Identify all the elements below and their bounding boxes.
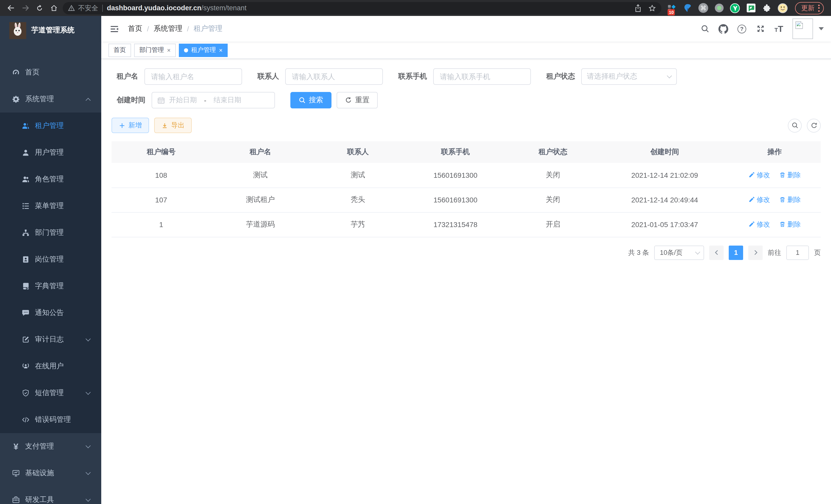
tenant-name-input[interactable]	[144, 68, 242, 85]
status-label: 租户状态	[546, 72, 575, 81]
select-caret-icon	[695, 249, 700, 254]
reset-button[interactable]: 重置	[337, 92, 378, 109]
edit-link[interactable]: 修改	[748, 195, 770, 205]
delete-link[interactable]: 删除	[779, 170, 801, 180]
sidebar-item-label: 岗位管理	[35, 255, 64, 264]
help-icon[interactable]: ?	[737, 24, 747, 34]
dictionary-icon	[22, 282, 30, 290]
pagination: 共 3 条 10条/页 1 前往 页	[112, 245, 821, 260]
fullscreen-icon[interactable]	[755, 24, 765, 34]
sidebar-item-devtools[interactable]: 研发工具	[0, 486, 101, 504]
sidebar-item-audit-log[interactable]: 审计日志	[0, 326, 101, 353]
search-icon[interactable]	[700, 24, 710, 34]
record-icon[interactable]	[714, 3, 724, 13]
cell-phone: 15601691300	[406, 187, 505, 212]
search-button[interactable]: 搜索	[290, 92, 332, 109]
sidebar-item-online-users[interactable]: 在线用户	[0, 353, 101, 380]
update-button[interactable]: 更新	[795, 2, 824, 14]
table-row: 108 测试 测试 15601691300 关闭 2021-12-14 21:0…	[112, 163, 821, 187]
collapse-sidebar-icon[interactable]	[109, 23, 120, 34]
edit-link[interactable]: 修改	[748, 170, 770, 180]
cell-contact: 秃头	[310, 187, 406, 212]
contact-input[interactable]	[285, 68, 383, 85]
emoji-avatar-icon[interactable]	[778, 3, 788, 13]
home-icon[interactable]	[48, 2, 60, 13]
status-select[interactable]: 请选择租户状态	[581, 68, 677, 85]
sidebar-item-role[interactable]: 角色管理	[0, 166, 101, 192]
next-page-button[interactable]	[748, 245, 763, 260]
extension-grid-icon[interactable]: 10	[666, 3, 677, 13]
puzzle-icon[interactable]	[762, 3, 772, 13]
tab-dept[interactable]: 部门管理 ×	[134, 43, 176, 57]
breadcrumb-home[interactable]: 首页	[128, 24, 142, 33]
tab-home[interactable]: 首页	[109, 43, 131, 57]
edit-link[interactable]: 修改	[748, 220, 770, 229]
sidebar: 芋道管理系统 首页 系统管理	[0, 16, 101, 504]
col-contact: 联系人	[310, 141, 406, 163]
sidebar-item-label: 支付管理	[25, 442, 54, 451]
sidebar-item-dict[interactable]: 字典管理	[0, 273, 101, 299]
reload-icon[interactable]	[34, 2, 45, 13]
command-icon[interactable]: ⌘	[698, 3, 708, 13]
kite-icon[interactable]	[683, 3, 693, 13]
forward-icon[interactable]	[20, 2, 31, 13]
address-bar[interactable]: 不安全 dashboard.yudao.iocoder.cn/system/te…	[63, 2, 661, 14]
yuque-icon[interactable]	[730, 3, 740, 13]
delete-link[interactable]: 删除	[779, 220, 801, 229]
current-page[interactable]: 1	[729, 245, 743, 260]
cell-contact: 芋艿	[310, 212, 406, 237]
tab-tenant[interactable]: 租户管理 ×	[179, 43, 228, 57]
sidebar-item-post[interactable]: 岗位管理	[0, 246, 101, 273]
kebab-menu-icon[interactable]	[818, 4, 820, 11]
mini-search-button[interactable]	[788, 118, 802, 132]
col-tenant-name: 租户名	[211, 141, 310, 163]
col-phone: 联系手机	[406, 141, 505, 163]
org-chart-icon	[22, 229, 30, 237]
avatar-broken-image[interactable]	[793, 19, 813, 39]
date-range-picker[interactable]: 开始日期 - 结束日期	[152, 92, 275, 109]
sidebar-item-dept[interactable]: 部门管理	[0, 219, 101, 246]
app-title: 芋道管理系统	[31, 26, 75, 35]
active-dot-icon	[184, 48, 188, 52]
sidebar-item-infra[interactable]: 基础设施	[0, 460, 101, 486]
sidebar-item-sms[interactable]: 短信管理	[0, 380, 101, 406]
sidebar-item-error-code[interactable]: 错误码管理	[0, 406, 101, 433]
star-icon[interactable]	[648, 4, 656, 12]
chevron-down-icon	[86, 470, 91, 475]
sidebar-item-home[interactable]: 首页	[0, 59, 101, 86]
cell-id: 1	[112, 212, 211, 237]
export-button[interactable]: 导出	[154, 118, 192, 133]
monitor-icon	[12, 469, 20, 477]
breadcrumb-system[interactable]: 系统管理	[154, 24, 182, 33]
sidebar-item-tenant[interactable]: 租户管理	[0, 113, 101, 139]
sidebar-item-user[interactable]: 用户管理	[0, 139, 101, 166]
add-button[interactable]: 新增	[112, 118, 149, 133]
back-icon[interactable]	[5, 2, 17, 13]
col-actions: 操作	[728, 141, 821, 163]
sidebar-item-notice[interactable]: 通知公告	[0, 299, 101, 326]
mini-refresh-button[interactable]	[807, 118, 821, 132]
role-users-icon	[22, 175, 30, 183]
share-icon[interactable]	[634, 4, 642, 12]
menu-tree-icon	[22, 202, 30, 210]
chat-extension-icon[interactable]	[746, 3, 756, 13]
close-icon[interactable]: ×	[219, 47, 223, 53]
broadcast-icon	[22, 362, 30, 370]
phone-input[interactable]	[433, 68, 531, 85]
font-size-icon[interactable]: TT	[774, 24, 784, 34]
avatar-dropdown-caret-icon[interactable]	[819, 27, 824, 30]
sidebar-item-system[interactable]: 系统管理	[0, 86, 101, 113]
system-submenu: 租户管理 用户管理 角色管理	[0, 113, 101, 433]
delete-link[interactable]: 删除	[779, 195, 801, 205]
sidebar-item-pay[interactable]: ¥ 支付管理	[0, 433, 101, 460]
prev-page-button[interactable]	[709, 245, 724, 260]
sidebar-item-label: 基础设施	[25, 469, 54, 478]
table-row: 1 芋道源码 芋艿 17321315478 开启 2021-01-05 17:0…	[112, 212, 821, 237]
github-icon[interactable]	[718, 24, 728, 34]
sidebar-item-menu[interactable]: 菜单管理	[0, 192, 101, 219]
page-size-select[interactable]: 10条/页	[654, 245, 704, 260]
goto-page-input[interactable]	[786, 245, 809, 260]
close-icon[interactable]: ×	[167, 47, 171, 53]
page-size-value: 10条/页	[660, 248, 696, 257]
edit-icon	[748, 172, 755, 178]
